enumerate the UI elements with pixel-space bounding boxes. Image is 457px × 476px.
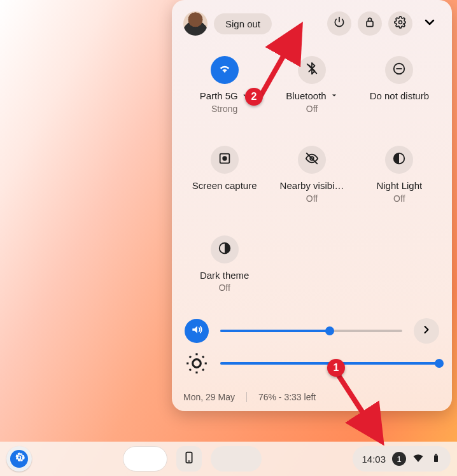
dark-theme-toggle[interactable] — [211, 235, 239, 263]
nearby-toggle[interactable] — [298, 146, 326, 174]
volume-row — [183, 314, 440, 347]
dnd-label: Do not disturb — [370, 90, 429, 102]
bluetooth-sub: Off — [306, 104, 318, 114]
dark-theme-tile: Dark theme Off — [183, 232, 265, 300]
dnd-tile: Do not disturb — [358, 52, 440, 120]
lock-button[interactable] — [358, 11, 382, 36]
battery-status-icon — [430, 452, 442, 466]
quick-settings-panel: Sign out — [172, 0, 452, 411]
audio-settings-button[interactable] — [414, 318, 439, 344]
bluetooth-tile: Bluetooth Off — [271, 52, 353, 120]
wifi-icon — [218, 62, 232, 78]
night-light-toggle[interactable] — [385, 146, 413, 174]
panel-top-row: Sign out — [183, 11, 440, 36]
separator — [246, 392, 247, 402]
quick-tiles-grid: Parth 5G Strong Bluetooth Off — [183, 52, 440, 299]
collapse-button[interactable] — [419, 13, 440, 34]
power-button[interactable] — [327, 11, 351, 36]
sliders — [183, 314, 440, 379]
footer-battery: 76% - 3:33 left — [258, 392, 316, 402]
night-light-icon — [392, 151, 406, 168]
night-light-sub: Off — [393, 193, 405, 204]
bluetooth-label: Bluetooth — [286, 90, 337, 102]
capture-tile: Screen capture — [183, 142, 265, 210]
caret-down-icon[interactable] — [330, 90, 338, 102]
brightness-icon — [185, 351, 209, 375]
night-light-tile: Night Light Off — [358, 142, 440, 210]
volume-slider[interactable] — [220, 323, 402, 339]
bluetooth-off-icon — [305, 62, 319, 78]
annotation-step-2: 2 — [245, 88, 263, 106]
chevron-right-icon — [420, 323, 433, 339]
shelf-app-2[interactable] — [176, 446, 202, 472]
svg-rect-0 — [367, 21, 373, 26]
nearby-sub: Off — [306, 193, 318, 204]
nearby-tile: Nearby visibi… Off — [271, 142, 353, 210]
chevron-down-icon — [422, 15, 437, 32]
shelf-app-3[interactable] — [211, 446, 262, 472]
svg-point-1 — [399, 21, 402, 24]
wifi-status-icon — [412, 452, 424, 466]
volume-button[interactable] — [185, 319, 209, 343]
dnd-toggle[interactable] — [385, 56, 413, 84]
svg-point-12 — [193, 360, 201, 368]
gear-icon — [394, 16, 407, 31]
volume-icon — [190, 323, 203, 339]
nearby-label: Nearby visibi… — [280, 180, 344, 192]
visibility-off-icon — [305, 151, 319, 168]
launcher-button[interactable] — [6, 446, 32, 472]
settings-gear-icon — [13, 451, 25, 466]
svg-rect-20 — [434, 455, 438, 462]
dnd-icon — [392, 62, 406, 78]
wifi-label: Parth 5G — [200, 90, 250, 102]
footer-date: Mon, 29 May — [183, 392, 235, 402]
annotation-step-1: 1 — [327, 359, 345, 377]
clock: 14:03 — [362, 454, 386, 465]
dark-theme-sub: Off — [218, 283, 230, 293]
avatar[interactable] — [183, 11, 207, 36]
status-tray[interactable]: 14:03 1 — [353, 446, 451, 472]
capture-button[interactable] — [211, 146, 239, 174]
sign-out-button[interactable]: Sign out — [214, 13, 272, 34]
wifi-toggle[interactable] — [211, 56, 239, 84]
settings-button[interactable] — [388, 11, 412, 36]
dark-theme-label: Dark theme — [200, 270, 250, 282]
wifi-tile: Parth 5G Strong — [183, 52, 265, 120]
capture-label: Screen capture — [192, 180, 257, 192]
screen-capture-icon — [218, 151, 232, 168]
wifi-sub: Strong — [211, 104, 237, 114]
night-light-label: Night Light — [376, 180, 422, 192]
brightness-row — [183, 347, 440, 379]
lock-icon — [363, 16, 376, 31]
notification-badge: 1 — [392, 452, 406, 466]
bluetooth-toggle[interactable] — [298, 56, 326, 84]
panel-footer: Mon, 29 May 76% - 3:33 left — [183, 392, 440, 402]
dark-theme-icon — [218, 241, 232, 258]
svg-rect-21 — [435, 454, 437, 455]
svg-point-7 — [223, 157, 227, 160]
shelf: 14:03 1 — [0, 442, 457, 476]
shelf-app-1[interactable] — [123, 446, 167, 472]
power-icon — [333, 16, 346, 31]
phone-icon — [182, 451, 196, 467]
svg-marker-3 — [332, 95, 336, 97]
